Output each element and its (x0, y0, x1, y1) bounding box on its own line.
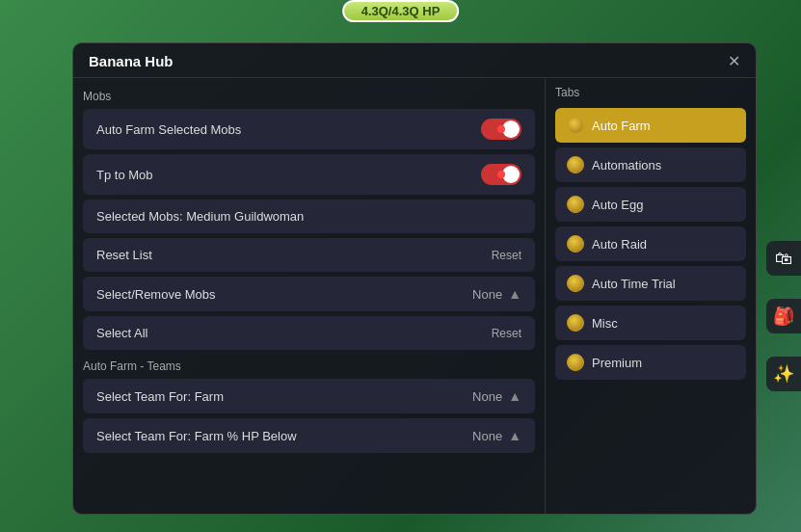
auto-farm-mobs-label: Auto Farm Selected Mobs (96, 122, 241, 137)
tab-icon-premium (567, 354, 584, 371)
right-panel: Tabs Auto Farm Automations Auto Egg Auto… (546, 78, 756, 514)
section-teams-label: Auto Farm - Teams (83, 359, 535, 373)
auto-farm-mobs-toggle[interactable] (481, 119, 521, 140)
reset-list-btn[interactable]: Reset (492, 249, 521, 262)
row-select-remove-mobs[interactable]: Select/Remove Mobs None ▲ (83, 277, 535, 311)
tab-icon-auto-farm (567, 117, 584, 134)
tab-auto-raid-label: Auto Raid (592, 237, 647, 252)
select-remove-mobs-label: Select/Remove Mobs (96, 287, 216, 302)
side-icon-star: ✨ (766, 357, 801, 391)
chevron-up-icon: ▲ (508, 286, 521, 302)
select-team-farm-hp-label: Select Team For: Farm % HP Below (96, 429, 297, 443)
modal-header: Banana Hub ✕ (73, 43, 756, 78)
tab-auto-farm-label: Auto Farm (592, 119, 651, 133)
tab-icon-auto-raid (567, 235, 584, 253)
tab-auto-time-trial[interactable]: Auto Time Trial (555, 266, 746, 301)
modal-body: Mobs Auto Farm Selected Mobs Tp to Mob (73, 78, 756, 514)
modal-title: Banana Hub (89, 53, 174, 69)
close-button[interactable]: ✕ (728, 54, 740, 69)
tab-icon-misc (567, 314, 584, 332)
section-mobs-label: Mobs (83, 90, 535, 103)
tp-to-mob-toggle[interactable] (481, 164, 521, 185)
select-team-farm-value: None (472, 389, 502, 404)
tab-misc-label: Misc (592, 316, 618, 331)
select-all-reset-btn[interactable]: Reset (492, 327, 521, 340)
tab-auto-farm[interactable]: Auto Farm (555, 108, 746, 143)
tab-icon-auto-time-trial (567, 275, 584, 292)
hp-bar: 4.3Q/4.3Q HP (342, 0, 460, 22)
tab-automations[interactable]: Automations (555, 147, 746, 182)
select-team-farm-hp-right: None ▲ (472, 428, 521, 443)
side-icon-bag: 🛍 (766, 241, 801, 276)
chevron-up-icon-3: ▲ (508, 428, 521, 443)
tp-to-mob-label: Tp to Mob (96, 168, 153, 182)
select-team-farm-right: None ▲ (472, 388, 521, 404)
tab-misc[interactable]: Misc (555, 306, 746, 340)
row-select-all[interactable]: Select All Reset (83, 316, 535, 350)
tab-premium[interactable]: Premium (555, 345, 746, 380)
row-select-team-farm-hp[interactable]: Select Team For: Farm % HP Below None ▲ (83, 418, 535, 453)
tab-icon-automations (567, 156, 584, 173)
tab-icon-auto-egg (567, 196, 584, 213)
select-team-farm-hp-value: None (472, 429, 502, 443)
reset-list-label: Reset List (96, 248, 152, 262)
row-tp-to-mob[interactable]: Tp to Mob (83, 154, 535, 195)
select-team-farm-label: Select Team For: Farm (96, 389, 224, 404)
row-select-team-farm[interactable]: Select Team For: Farm None ▲ (83, 379, 535, 413)
select-all-label: Select All (96, 326, 147, 340)
tab-premium-label: Premium (592, 356, 642, 370)
tab-auto-raid[interactable]: Auto Raid (555, 226, 746, 261)
selected-mobs-label: Selected Mobs: Medium Guildwoman (96, 209, 304, 224)
row-reset-list[interactable]: Reset List Reset (83, 238, 535, 272)
tab-auto-time-trial-label: Auto Time Trial (592, 277, 676, 291)
side-icon-chest: 🎒 (766, 299, 801, 333)
row-auto-farm-mobs[interactable]: Auto Farm Selected Mobs (83, 109, 535, 149)
left-panel: Mobs Auto Farm Selected Mobs Tp to Mob (73, 78, 546, 514)
tab-auto-egg[interactable]: Auto Egg (555, 187, 746, 222)
tab-auto-egg-label: Auto Egg (592, 198, 644, 212)
hp-bar-label: 4.3Q/4.3Q HP (361, 4, 441, 18)
modal: Banana Hub ✕ Mobs Auto Farm Selected Mob… (72, 42, 757, 515)
tab-automations-label: Automations (592, 158, 661, 173)
row-selected-mobs: Selected Mobs: Medium Guildwoman (83, 200, 535, 233)
chevron-up-icon-2: ▲ (508, 388, 521, 404)
tabs-label: Tabs (555, 86, 746, 99)
select-remove-mobs-value: None (472, 287, 502, 302)
select-remove-mobs-right: None ▲ (472, 286, 521, 302)
